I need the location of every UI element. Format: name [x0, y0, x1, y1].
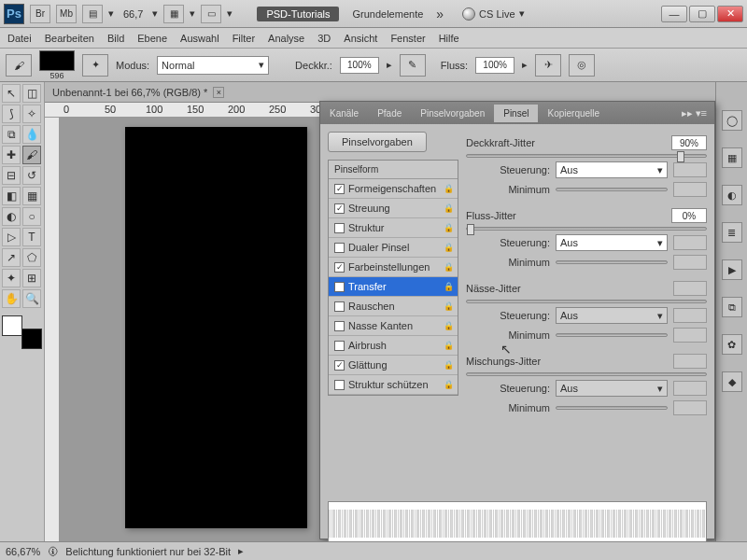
history-brush-tool[interactable]: ↺: [22, 166, 41, 185]
flow-jitter-slider[interactable]: [466, 227, 707, 231]
adjustments-panel-icon[interactable]: ◐: [722, 185, 742, 205]
brush-panel-toggle-icon[interactable]: ✦: [82, 54, 108, 77]
eyedropper-tool[interactable]: 💧: [22, 125, 41, 144]
flow-control-dropdown[interactable]: Aus▾: [556, 234, 668, 251]
minimize-button[interactable]: —: [661, 6, 687, 22]
lock-icon[interactable]: 🔒: [444, 301, 454, 311]
lock-icon[interactable]: 🔒: [444, 282, 454, 291]
chevron-right-icon[interactable]: ▸: [387, 59, 392, 71]
opt-nasse-kanten[interactable]: Nasse Kanten🔒: [329, 316, 458, 336]
path-tool[interactable]: ↗: [2, 248, 21, 267]
brush-preview[interactable]: [39, 50, 75, 71]
chevron-down-icon[interactable]: ▾: [152, 7, 158, 20]
opacity-jitter-slider[interactable]: [466, 154, 707, 158]
breadcrumb-item[interactable]: Grundelemente: [343, 7, 432, 21]
color-panel-icon[interactable]: ◯: [722, 110, 742, 131]
menu-bild[interactable]: Bild: [107, 33, 124, 44]
cslive-button[interactable]: CS Live ▾: [462, 7, 525, 21]
lock-icon[interactable]: 🔒: [444, 360, 454, 370]
screen-mode-icon[interactable]: ▭: [201, 5, 221, 23]
chevron-down-icon[interactable]: ▾: [108, 7, 114, 20]
chevron-right-icon[interactable]: ▸: [522, 59, 528, 71]
tab-pfade[interactable]: Pfade: [368, 105, 411, 122]
opt-dualer-pinsel[interactable]: Dualer Pinsel🔒: [329, 238, 458, 258]
pen-tool[interactable]: ▷: [2, 228, 21, 246]
chevron-down-icon[interactable]: ▾: [190, 7, 195, 20]
move-tool[interactable]: ↖: [2, 84, 21, 103]
actions-panel-icon[interactable]: ▶: [722, 259, 742, 280]
zoom-value[interactable]: 66,7: [123, 8, 143, 20]
opt-struktur[interactable]: Struktur🔒: [329, 218, 458, 238]
dodge-tool[interactable]: ○: [22, 207, 41, 226]
lock-icon[interactable]: 🔒: [444, 321, 454, 330]
opt-farbeinstellungen[interactable]: ✓Farbeinstellungen🔒: [329, 258, 458, 277]
crop-tool[interactable]: ⧉: [2, 125, 21, 144]
lock-icon[interactable]: 🔒: [444, 380, 454, 389]
opt-struktur-schuetzen[interactable]: Struktur schützen🔒: [329, 375, 458, 395]
menu-hilfe[interactable]: Hilfe: [439, 33, 459, 44]
chevron-right-icon[interactable]: ▸: [238, 545, 244, 557]
gradient-tool[interactable]: ▦: [22, 187, 41, 205]
menu-auswahl[interactable]: Auswahl: [180, 33, 219, 44]
opt-rauschen[interactable]: Rauschen🔒: [329, 297, 458, 316]
zoom-tool[interactable]: 🔍: [22, 289, 41, 308]
pressure-opacity-icon[interactable]: ✎: [400, 54, 426, 77]
chevron-down-icon[interactable]: ▾: [227, 7, 233, 20]
brush-tool[interactable]: 🖌: [22, 146, 41, 164]
brush-tool-icon[interactable]: 🖌: [6, 54, 32, 77]
eraser-tool[interactable]: ◧: [2, 187, 21, 205]
lasso-tool[interactable]: ⟆: [2, 105, 21, 123]
menu-datei[interactable]: Datei: [7, 33, 32, 44]
type-tool[interactable]: T: [22, 228, 41, 246]
layers-panel-icon[interactable]: ≣: [722, 222, 742, 243]
blend-mode-dropdown[interactable]: Normal▾: [157, 56, 269, 75]
maximize-button[interactable]: ▢: [689, 6, 715, 22]
opt-glaettung[interactable]: ✓Glättung🔒: [329, 356, 458, 375]
lock-icon[interactable]: 🔒: [444, 184, 454, 193]
flow-input[interactable]: 100%: [475, 57, 514, 74]
foreground-color[interactable]: [2, 315, 22, 336]
lock-icon[interactable]: 🔒: [444, 243, 454, 252]
menu-bearbeiten[interactable]: Bearbeiten: [45, 33, 94, 44]
history-panel-icon[interactable]: ⧉: [722, 297, 742, 317]
color-picker[interactable]: [2, 315, 42, 349]
menu-ebene[interactable]: Ebene: [137, 33, 167, 44]
brush-tip-header[interactable]: Pinselform: [329, 161, 458, 179]
brush-presets-button[interactable]: Pinselvorgaben: [328, 132, 427, 152]
canvas[interactable]: [125, 127, 307, 528]
chevron-right-icon[interactable]: »: [436, 7, 444, 21]
panel-menu-icon[interactable]: ▸▸ ▾≡: [674, 107, 714, 119]
close-tab-icon[interactable]: ×: [213, 87, 224, 98]
shape-tool[interactable]: ⬠: [22, 248, 41, 267]
opacity-input[interactable]: 100%: [340, 57, 379, 74]
3d-camera-tool[interactable]: ⊞: [22, 269, 41, 287]
pressure-size-icon[interactable]: ◎: [569, 54, 595, 77]
hand-tool[interactable]: ✋: [2, 289, 21, 308]
flow-jitter-input[interactable]: [671, 208, 707, 223]
document-tab[interactable]: Unbenannt-1 bei 66,7% (RGB/8) * ×: [45, 82, 715, 103]
gear-icon[interactable]: ✿: [722, 334, 742, 355]
opt-transfer[interactable]: ✓Transfer🔒: [329, 277, 458, 297]
menu-3d[interactable]: 3D: [317, 33, 331, 44]
opt-streuung[interactable]: ✓Streuung🔒: [329, 199, 458, 218]
opacity-jitter-input[interactable]: [671, 135, 707, 150]
breadcrumb-active[interactable]: PSD-Tutorials: [257, 7, 339, 21]
minibridge-badge[interactable]: Mb: [56, 5, 77, 23]
status-info-icon[interactable]: 🛈: [48, 546, 58, 557]
healing-tool[interactable]: ✚: [2, 146, 21, 164]
status-zoom[interactable]: 66,67%: [6, 546, 40, 557]
view-grid-icon[interactable]: ▦: [163, 5, 184, 23]
lock-icon[interactable]: 🔒: [444, 203, 454, 213]
opacity-control-dropdown[interactable]: Aus▾: [556, 161, 668, 178]
opt-airbrush[interactable]: Airbrush🔒: [329, 336, 458, 356]
info-panel-icon[interactable]: ◆: [722, 371, 742, 392]
menu-ansicht[interactable]: Ansicht: [344, 33, 377, 44]
marquee-tool[interactable]: ◫: [22, 84, 41, 103]
tab-pinselvorgaben[interactable]: Pinselvorgaben: [411, 105, 494, 122]
tab-kanaele[interactable]: Kanäle: [320, 105, 368, 122]
lock-icon[interactable]: 🔒: [444, 223, 454, 232]
close-button[interactable]: ✕: [717, 6, 743, 22]
3d-tool[interactable]: ✦: [2, 269, 21, 287]
lock-icon[interactable]: 🔒: [444, 341, 454, 350]
tab-kopierquelle[interactable]: Kopierquelle: [538, 105, 609, 122]
